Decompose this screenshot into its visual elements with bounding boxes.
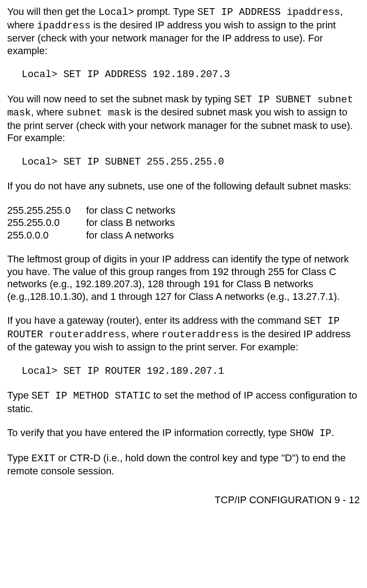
code-inline: SHOW IP <box>290 428 331 439</box>
paragraph-local-prompt: You will then get the Local> prompt. Typ… <box>7 5 360 57</box>
paragraph-verify: To verify that you have entered the IP i… <box>7 427 360 440</box>
paragraph-leftmost-digits: The leftmost group of digits in your IP … <box>7 253 360 303</box>
mask-desc: for class B networks <box>86 216 175 229</box>
text: , where <box>31 106 66 118</box>
subnet-table: 255.255.255.0 for class C networks 255.2… <box>7 204 360 242</box>
page-footer: TCP/IP CONFIGURATION 9 - 12 <box>7 494 360 506</box>
text: Type <box>7 390 32 401</box>
mask-value: 255.255.0.0 <box>7 216 86 229</box>
text: or CTR-D (i.e., hold down the control ke… <box>7 452 346 477</box>
paragraph-exit: Type EXIT or CTR-D (i.e., hold down the … <box>7 452 360 478</box>
code-inline: subnet mask <box>66 107 132 119</box>
code-block-router: Local> SET IP ROUTER 192.189.207.1 <box>7 365 360 378</box>
mask-value: 255.255.255.0 <box>7 204 86 217</box>
code-inline: routeraddress <box>161 329 239 340</box>
table-row: 255.0.0.0 for class A networks <box>7 229 360 242</box>
text: If you have a gateway (router), enter it… <box>7 315 304 326</box>
text: Type <box>7 452 32 464</box>
mask-desc: for class A networks <box>86 229 174 242</box>
text: You will now need to set the subnet mask… <box>7 93 234 105</box>
mask-value: 255.0.0.0 <box>7 229 86 242</box>
paragraph-static: Type SET IP METHOD STATIC to set the met… <box>7 389 360 415</box>
paragraph-subnet: You will now need to set the subnet mask… <box>7 93 360 144</box>
code-inline: SET IP ADDRESS ipaddress <box>197 7 340 18</box>
paragraph-default-masks: If you do not have any subnets, use one … <box>7 180 360 193</box>
code-inline: EXIT <box>32 453 55 464</box>
table-row: 255.255.255.0 for class C networks <box>7 204 360 217</box>
mask-desc: for class C networks <box>86 204 175 217</box>
code-inline: SET IP METHOD STATIC <box>32 390 151 402</box>
code-block-ip-address: Local> SET IP ADDRESS 192.189.207.3 <box>7 69 360 81</box>
code-inline: Local> <box>98 7 134 18</box>
text: You will then get the <box>7 6 98 17</box>
text: prompt. Type <box>134 6 197 17</box>
text: , where <box>126 328 161 340</box>
paragraph-gateway: If you have a gateway (router), enter it… <box>7 314 360 354</box>
code-inline: ipaddress <box>37 20 91 32</box>
code-block-subnet: Local> SET IP SUBNET 255.255.255.0 <box>7 156 360 169</box>
table-row: 255.255.0.0 for class B networks <box>7 216 360 229</box>
text: To verify that you have entered the IP i… <box>7 427 290 438</box>
text: . <box>331 427 334 438</box>
